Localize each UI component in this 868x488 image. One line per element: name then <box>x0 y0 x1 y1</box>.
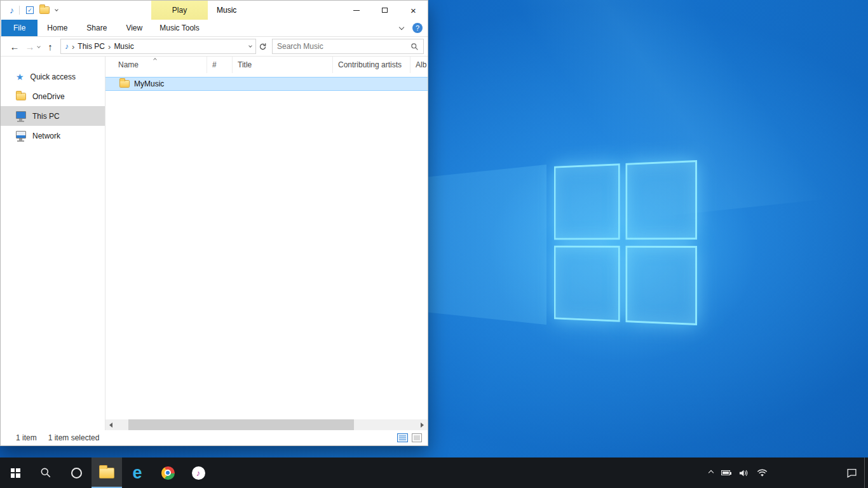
show-desktop-button[interactable] <box>864 458 868 488</box>
chrome-icon <box>161 466 175 480</box>
item-count-label: 1 item <box>16 433 37 442</box>
battery-icon[interactable] <box>721 470 730 475</box>
action-center-icon <box>846 468 857 478</box>
column-header-title[interactable]: Title <box>233 57 333 73</box>
taskbar-search-button[interactable] <box>31 458 61 488</box>
hidden-icons-chevron-icon[interactable] <box>709 470 714 475</box>
tab-file[interactable]: File <box>1 20 37 36</box>
back-button[interactable]: ← <box>7 41 22 52</box>
explorer-main: ★ Quick access OneDrive This PC Network … <box>1 57 428 430</box>
column-header-album[interactable]: Alb <box>410 57 428 73</box>
address-toolbar: ← → ↑ ♪ › This PC › Music <box>1 37 428 57</box>
scroll-left-button[interactable] <box>105 419 116 430</box>
scrollbar-thumb[interactable] <box>128 419 354 430</box>
itunes-button[interactable]: ♪ <box>183 458 214 488</box>
sidebar-item-quick-access[interactable]: ★ Quick access <box>1 67 105 86</box>
address-bar[interactable]: ♪ › This PC › Music <box>60 39 256 54</box>
folder-icon <box>119 80 130 88</box>
search-input[interactable] <box>277 42 410 51</box>
scroll-right-button[interactable] <box>417 419 428 430</box>
titlebar[interactable]: ♪ ✓ Play Music × <box>1 1 428 20</box>
tab-music-tools[interactable]: Music Tools <box>151 20 208 36</box>
status-bar: 1 item 1 item selected <box>1 430 428 445</box>
windows-logo-pane <box>626 246 697 325</box>
computer-icon <box>16 111 26 119</box>
horizontal-scrollbar[interactable] <box>105 419 428 430</box>
maximize-button[interactable] <box>370 1 399 20</box>
network-wifi-icon[interactable] <box>757 469 768 477</box>
volume-icon[interactable] <box>738 468 749 478</box>
refresh-icon <box>259 43 267 51</box>
caption-buttons: × <box>342 1 428 20</box>
contextual-tab-play[interactable]: Play <box>151 1 208 20</box>
help-icon[interactable]: ? <box>412 23 423 33</box>
titlebar-divider <box>19 6 20 15</box>
scroll-right-icon <box>421 423 424 428</box>
file-row-mymusic[interactable]: MyMusic <box>105 77 428 91</box>
minimize-button[interactable] <box>342 1 370 20</box>
start-button[interactable] <box>0 458 31 488</box>
network-icon <box>16 131 26 139</box>
view-toggles <box>397 433 428 442</box>
breadcrumb-music[interactable]: Music <box>114 42 133 51</box>
music-note-icon: ♪ <box>10 5 14 15</box>
search-icon[interactable] <box>410 43 419 51</box>
sidebar-item-onedrive[interactable]: OneDrive <box>1 86 105 106</box>
file-name: MyMusic <box>134 79 164 88</box>
internet-explorer-button[interactable]: e <box>122 458 153 488</box>
folder-icon <box>16 93 26 100</box>
forward-button[interactable]: → <box>22 41 37 52</box>
search-icon <box>40 467 51 478</box>
column-header-number[interactable]: # <box>207 57 233 73</box>
windows-start-icon <box>11 468 20 478</box>
sidebar-item-label: This PC <box>32 112 60 121</box>
breadcrumb-separator-icon: › <box>108 42 111 51</box>
ribbon-right-controls: ? <box>400 20 423 36</box>
windows-logo-pane <box>626 160 697 240</box>
tab-view[interactable]: View <box>116 20 152 36</box>
up-button[interactable]: ↑ <box>43 41 58 52</box>
file-list[interactable]: MyMusic <box>105 73 428 419</box>
sidebar-item-label: Network <box>32 132 60 140</box>
internet-explorer-icon: e <box>132 464 142 482</box>
qat-customize-chevron-icon[interactable] <box>55 8 58 11</box>
star-icon: ★ <box>16 72 24 81</box>
windows-logo-pane <box>554 163 620 240</box>
breadcrumb-this-pc[interactable]: This PC <box>78 42 105 51</box>
qat-properties-icon[interactable]: ✓ <box>26 6 34 14</box>
sidebar-item-label: Quick access <box>31 72 76 81</box>
taskbar-file-explorer-button[interactable] <box>92 458 122 488</box>
tab-home[interactable]: Home <box>37 20 77 36</box>
recent-locations-chevron-icon[interactable] <box>37 44 41 48</box>
details-view-button[interactable] <box>397 433 408 442</box>
scrollbar-track[interactable] <box>116 419 417 430</box>
cortana-button[interactable] <box>61 458 92 488</box>
maximize-icon <box>382 8 388 13</box>
column-header-contributing-artists[interactable]: Contributing artists <box>333 57 410 73</box>
action-center-button[interactable] <box>839 458 864 488</box>
itunes-icon: ♪ <box>192 466 205 480</box>
address-dropdown-chevron-icon[interactable] <box>248 44 252 48</box>
tab-share[interactable]: Share <box>77 20 116 36</box>
sidebar-item-this-pc[interactable]: This PC <box>1 106 105 126</box>
minimize-icon <box>353 10 360 11</box>
chrome-button[interactable] <box>153 458 183 488</box>
refresh-button[interactable] <box>256 43 269 51</box>
qat-new-folder-icon[interactable] <box>39 6 50 14</box>
expand-ribbon-chevron-icon[interactable] <box>399 24 404 29</box>
search-box <box>272 39 424 54</box>
window-title: Music <box>217 6 236 15</box>
sidebar-item-network[interactable]: Network <box>1 126 105 146</box>
selection-count-label: 1 item selected <box>48 433 100 442</box>
music-note-icon: ♪ <box>65 42 69 51</box>
windows-logo-pane <box>554 246 620 322</box>
column-headers: Name # Title Contributing artists Alb <box>105 57 428 73</box>
navigation-pane: ★ Quick access OneDrive This PC Network <box>1 57 105 430</box>
taskbar: e ♪ <box>0 458 868 488</box>
cortana-icon <box>71 468 82 478</box>
file-list-area: Name # Title Contributing artists Alb My… <box>105 57 428 430</box>
file-explorer-icon <box>99 468 114 478</box>
large-icons-view-button[interactable] <box>412 433 422 442</box>
close-button[interactable]: × <box>399 1 428 20</box>
file-explorer-window: ♪ ✓ Play Music × File Home Share View Mu… <box>0 0 428 446</box>
